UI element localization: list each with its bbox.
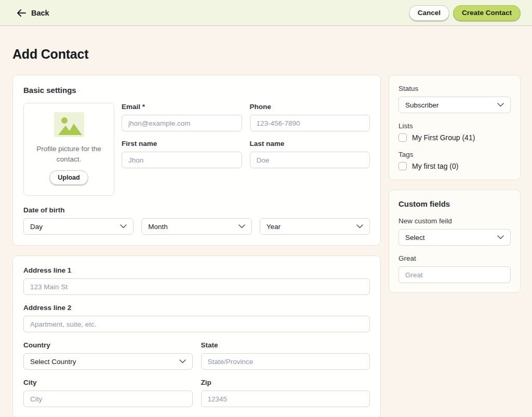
chevron-down-icon [179,359,186,364]
country-label: Country [23,341,193,349]
profile-picture-caption: Profile picture for the contact. [31,144,107,164]
custom-text-group: Great [398,254,511,283]
topbar-actions: Cancel Create Contact [409,5,521,21]
list-checkbox-row[interactable]: My First Group (41) [398,133,511,142]
page-title: Add Contact [12,47,521,62]
zip-field-group: Zip [201,379,370,407]
country-value: Select Country [30,358,76,366]
dob-year-select[interactable]: Year [260,218,370,235]
status-value: Subscriber [405,101,439,109]
tags-section: Tags My first tag (0) [398,151,511,170]
list-checkbox[interactable] [398,133,407,142]
dob-day-select[interactable]: Day [23,218,134,235]
dob-month-select[interactable]: Month [141,218,251,235]
main-column: Basic settings Profile picture for the c… [12,75,381,417]
custom-select-group: New custom feild Select [398,217,511,246]
custom-text-label: Great [398,254,511,262]
phone-input[interactable] [250,115,370,131]
chevron-down-icon [497,235,504,239]
back-arrow-icon [17,9,26,17]
image-placeholder-icon [54,112,84,139]
phone-label: Phone [250,103,370,111]
chevron-down-icon [238,224,245,228]
zip-label: Zip [201,379,370,386]
email-label: Email * [122,103,242,111]
status-select[interactable]: Subscriber [398,97,511,113]
custom-fields-heading: Custom fields [398,199,511,208]
tag-checkbox[interactable] [398,162,407,170]
first-name-field-group: First name [122,140,242,168]
lists-label: Lists [398,122,511,130]
country-select[interactable]: Select Country [23,353,193,370]
city-field-group: City [23,379,193,407]
first-name-label: First name [122,140,242,147]
address-line1-label: Address line 1 [23,266,370,274]
custom-select-value: Select [405,234,425,241]
phone-field-group: Phone [250,103,370,131]
state-field-group: State [201,341,370,370]
last-name-field-group: Last name [250,140,370,168]
custom-select-label: New custom feild [398,217,511,225]
address-card: Address line 1 Address line 2 Country Se… [12,255,381,417]
profile-picture-uploader: Profile picture for the contact. Upload [23,103,114,196]
status-section: Status Subscriber [398,85,511,113]
email-input[interactable] [122,115,242,131]
address-line2-label: Address line 2 [23,304,370,312]
chevron-down-icon [120,224,127,228]
basic-settings-card: Basic settings Profile picture for the c… [12,75,381,246]
dob-year-value: Year [267,223,281,231]
country-field-group: Country Select Country [23,341,193,370]
city-input[interactable] [23,391,193,407]
dob-day-value: Day [30,223,43,231]
first-name-input[interactable] [122,152,242,168]
upload-button[interactable]: Upload [49,170,88,185]
dob-month-value: Month [148,223,168,231]
last-name-label: Last name [250,140,370,147]
state-label: State [201,341,370,349]
top-bar: Back Cancel Create Contact [0,0,532,26]
custom-field-select[interactable]: Select [398,229,511,246]
chevron-down-icon [356,224,363,228]
state-input[interactable] [201,353,370,370]
list-item-label: My First Group (41) [412,133,475,142]
status-card: Status Subscriber Lists My First Group (… [389,75,521,180]
address-line1-group: Address line 1 [23,266,370,295]
address-line2-group: Address line 2 [23,304,370,332]
back-button[interactable]: Back [12,9,49,17]
basic-settings-heading: Basic settings [23,86,370,95]
last-name-input[interactable] [250,152,370,168]
date-of-birth-section: Date of birth Day Month [23,206,370,235]
basic-fields-grid: Email * Phone First name Last name [122,103,370,196]
create-contact-button[interactable]: Create Contact [453,5,521,21]
custom-fields-card: Custom fields New custom feild Select Gr… [389,190,521,293]
email-field-group: Email * [122,103,242,131]
cancel-button[interactable]: Cancel [409,5,449,21]
page-content: Add Contact Basic settings [0,26,532,417]
sidebar: Status Subscriber Lists My First Group (… [389,75,521,293]
tag-checkbox-row[interactable]: My first tag (0) [398,162,511,170]
lists-section: Lists My First Group (41) [398,122,511,142]
zip-input[interactable] [201,391,370,407]
custom-text-input[interactable] [398,266,511,283]
address-line2-input[interactable] [23,316,370,332]
chevron-down-icon [497,103,504,107]
status-label: Status [398,85,511,92]
tag-item-label: My first tag (0) [412,162,458,170]
address-line1-input[interactable] [23,278,370,295]
tags-label: Tags [398,151,511,158]
back-label: Back [31,9,49,17]
city-label: City [23,379,193,386]
date-of-birth-label: Date of birth [23,206,370,214]
